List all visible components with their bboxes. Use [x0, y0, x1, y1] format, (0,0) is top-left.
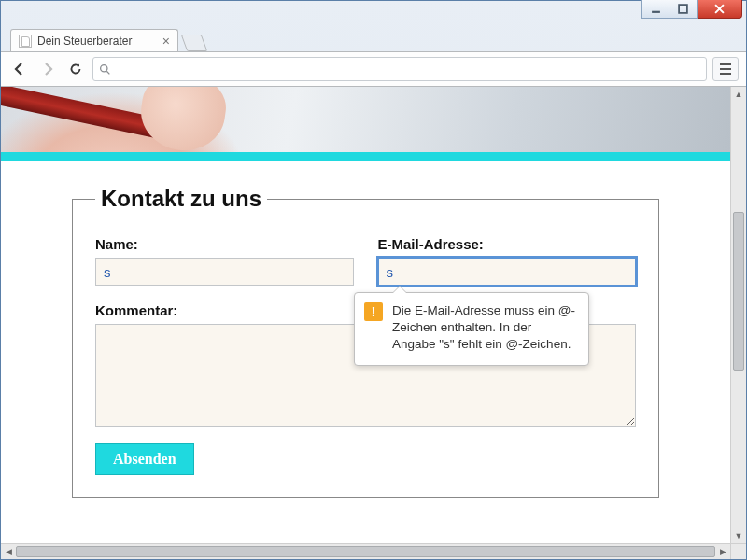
email-input[interactable]: [378, 258, 637, 286]
submit-button[interactable]: Absenden: [95, 443, 194, 475]
validation-message: Die E-Mail-Adresse muss ein @-Zeichen en…: [392, 303, 575, 351]
search-icon: [99, 63, 111, 76]
maximize-icon: [678, 4, 688, 14]
horizontal-scrollbar[interactable]: ◀ ▶: [1, 543, 730, 559]
viewport: Kontakt zu uns Name: E-Mail-Adresse: Kom…: [1, 87, 746, 543]
reload-button[interactable]: [64, 58, 87, 80]
row-name-email: Name: E-Mail-Adresse:: [95, 236, 636, 286]
minimize-button[interactable]: [641, 0, 669, 19]
form-legend: Kontakt zu uns: [95, 186, 267, 212]
close-icon: [714, 4, 725, 14]
menu-button[interactable]: [712, 57, 739, 81]
browser-window: Dein Steuerberater ×: [0, 0, 747, 560]
tab-strip: Dein Steuerberater ×: [1, 27, 746, 51]
page-icon: [19, 35, 32, 48]
minimize-icon: [651, 4, 661, 14]
warning-icon: !: [364, 302, 383, 321]
window-titlebar: [1, 1, 746, 27]
vertical-scrollbar[interactable]: ▲ ▼: [730, 87, 746, 543]
page: Kontakt zu uns Name: E-Mail-Adresse: Kom…: [1, 87, 730, 543]
scroll-down-arrow[interactable]: ▼: [731, 528, 746, 543]
name-label: Name:: [95, 236, 354, 252]
scroll-corner: [730, 543, 746, 559]
arrow-left-icon: [12, 62, 27, 77]
window-buttons: [641, 0, 742, 19]
tab-close-icon[interactable]: ×: [162, 35, 170, 48]
close-button[interactable]: [698, 0, 742, 19]
scroll-right-arrow[interactable]: ▶: [715, 544, 730, 559]
scroll-thumb[interactable]: [733, 212, 744, 371]
field-name: Name:: [95, 236, 354, 286]
hscroll-thumb[interactable]: [16, 546, 715, 557]
svg-rect-1: [679, 5, 687, 13]
tab-title: Dein Steuerberater: [37, 35, 132, 48]
new-tab-button[interactable]: [181, 35, 208, 51]
toolbar: [1, 51, 746, 87]
arrow-right-icon: [40, 62, 55, 77]
browser-tab[interactable]: Dein Steuerberater ×: [10, 29, 178, 51]
scroll-track[interactable]: [731, 102, 746, 528]
address-bar[interactable]: [92, 57, 707, 81]
reload-icon: [68, 62, 83, 77]
email-label: E-Mail-Adresse:: [378, 236, 637, 252]
back-button[interactable]: [8, 58, 31, 80]
svg-rect-0: [652, 11, 660, 13]
forward-button[interactable]: [36, 58, 59, 80]
scroll-up-arrow[interactable]: ▲: [731, 87, 746, 102]
hero-image: [1, 87, 730, 152]
maximize-button[interactable]: [669, 0, 698, 19]
hamburger-icon: [719, 63, 732, 75]
field-email: E-Mail-Adresse:: [378, 236, 637, 286]
svg-point-2: [101, 64, 107, 71]
hscroll-track[interactable]: [16, 544, 715, 559]
scroll-left-arrow[interactable]: ◀: [1, 544, 16, 559]
validation-tooltip: ! Die E-Mail-Adresse muss ein @-Zeichen …: [354, 292, 589, 366]
name-input[interactable]: [95, 258, 354, 286]
accent-stripe: [1, 152, 730, 161]
